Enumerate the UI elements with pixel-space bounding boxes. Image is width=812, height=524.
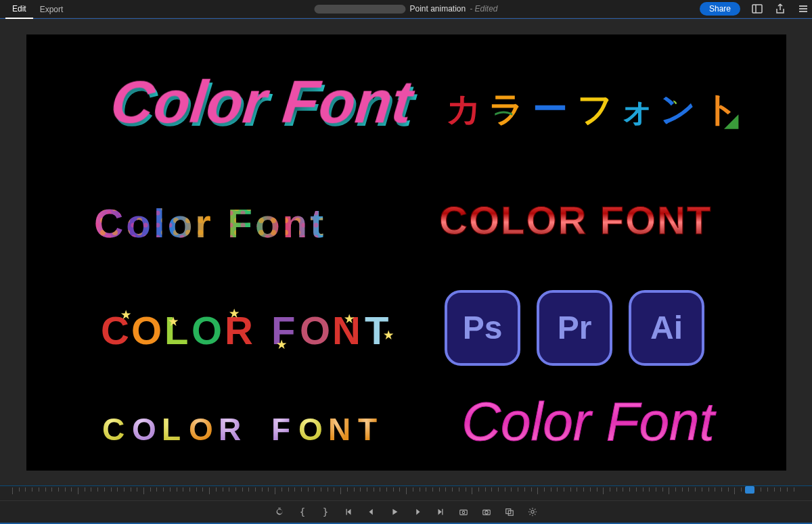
svg-rect-53 [460, 510, 468, 515]
camera-b-icon[interactable] [481, 506, 492, 517]
svg-text:★: ★ [121, 309, 131, 320]
hamburger-icon[interactable] [797, 3, 809, 15]
sample-brush-pink: Color Font Color Font [107, 68, 420, 139]
svg-text:フ: フ [577, 89, 613, 128]
svg-text:O: O [300, 308, 331, 352]
svg-text:★: ★ [344, 313, 355, 325]
svg-text:L: L [164, 308, 189, 352]
svg-text:⁀: ⁀ [495, 111, 513, 133]
play-icon[interactable] [389, 506, 400, 517]
svg-text:Color Font: Color Font [107, 68, 418, 135]
svg-text:R: R [219, 412, 245, 447]
timeline[interactable] [0, 485, 812, 500]
svg-text:N: N [328, 412, 355, 447]
timeline-ticks [12, 487, 800, 498]
svg-text:ー: ー [533, 89, 568, 128]
layers-icon[interactable] [504, 506, 515, 517]
svg-text:★: ★ [384, 329, 394, 341]
stopwatch-icon[interactable] [274, 506, 285, 517]
sample-magenta-script: Color Font [461, 391, 716, 452]
playback-controls: { } [0, 500, 812, 523]
svg-text:O: O [298, 412, 327, 447]
sample-balloon: C O L O R F O N T [102, 412, 381, 447]
svg-text:Ps: Ps [462, 310, 502, 346]
svg-text:T: T [358, 412, 381, 447]
svg-point-54 [462, 511, 465, 514]
skip-start-icon[interactable] [343, 506, 354, 517]
svg-text:C: C [102, 412, 129, 447]
document-status: - Edited [470, 4, 497, 14]
svg-text:★: ★ [229, 308, 240, 319]
svg-text:O: O [132, 412, 160, 447]
sample-serif-stars: C O L O R F O N T ★★ ★★ ★★ [101, 308, 394, 352]
svg-text:★: ★ [168, 316, 179, 327]
playhead[interactable] [745, 486, 754, 494]
svg-text:F: F [271, 412, 294, 447]
svg-text:Color Font: Color Font [94, 201, 326, 246]
svg-text:O: O [131, 308, 162, 352]
svg-point-59 [531, 510, 534, 513]
document-title-area: Point animation - Edited [314, 4, 497, 14]
tab-edit[interactable]: Edit [5, 0, 33, 19]
svg-text:Ai: Ai [650, 310, 683, 346]
svg-point-56 [485, 511, 488, 514]
sample-app-icons: Ps Pr Ai [446, 291, 703, 364]
path-pill [314, 5, 405, 14]
settings-icon[interactable] [527, 506, 538, 517]
step-back-icon[interactable] [366, 506, 377, 517]
sample-katakana: カ ラ ⁀ ー フ ォ ン 、 ト ◢ [446, 89, 739, 133]
svg-text:★: ★ [277, 339, 287, 350]
camera-a-icon[interactable] [458, 506, 469, 517]
tab-export[interactable]: Export [33, 0, 70, 18]
svg-text:O: O [191, 308, 223, 352]
svg-text:Color Font: Color Font [461, 391, 716, 452]
stage-wrapper: Color Font Color Font カ ラ ⁀ ー フ ォ ン 、 ト … [0, 19, 812, 485]
brace-open-icon[interactable]: { [297, 506, 308, 517]
svg-text:◢: ◢ [723, 110, 739, 130]
svg-text:L: L [162, 412, 185, 447]
share-arrow-icon[interactable] [774, 3, 786, 15]
svg-text:O: O [189, 412, 217, 447]
top-menubar: Edit Export Point animation - Edited Sha… [0, 0, 812, 18]
svg-rect-0 [752, 5, 762, 13]
skip-end-icon[interactable] [435, 506, 446, 517]
panel-toggle-icon[interactable] [751, 3, 763, 15]
brace-close-icon[interactable]: } [320, 506, 331, 517]
svg-text:ォ: ォ [619, 89, 655, 128]
share-button[interactable]: Share [700, 2, 740, 16]
sample-polka: Color Font Color Font [94, 201, 326, 246]
svg-text:Pr: Pr [557, 310, 591, 346]
canvas[interactable]: Color Font Color Font カ ラ ⁀ ー フ ォ ン 、 ト … [26, 34, 786, 471]
step-forward-icon[interactable] [412, 506, 423, 517]
svg-text:COLOR FONT: COLOR FONT [439, 198, 712, 242]
svg-text:カ: カ [446, 89, 482, 128]
document-title: Point animation [409, 4, 466, 14]
svg-text:、: 、 [672, 89, 687, 105]
sample-red-gloss: COLOR FONT [439, 198, 712, 242]
